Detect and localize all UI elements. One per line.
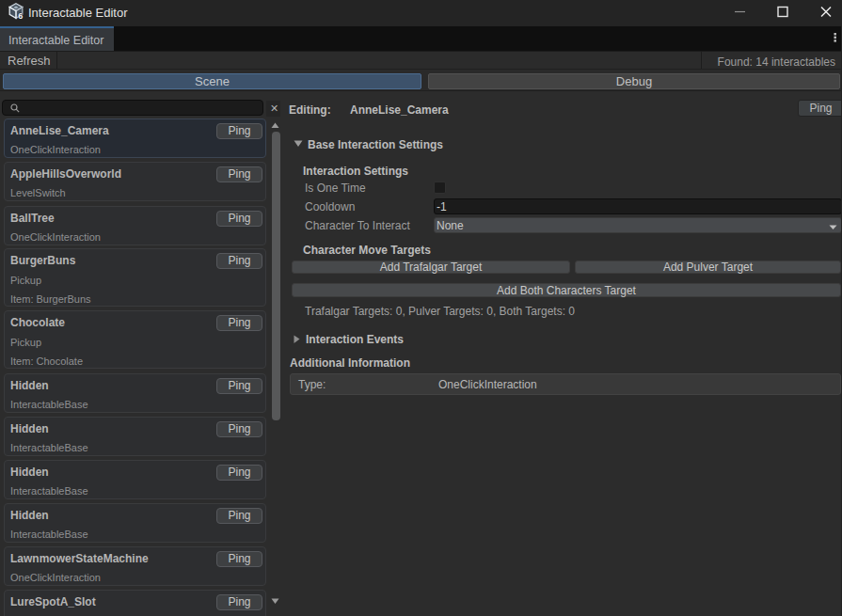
svg-text:6: 6 bbox=[18, 11, 23, 21]
